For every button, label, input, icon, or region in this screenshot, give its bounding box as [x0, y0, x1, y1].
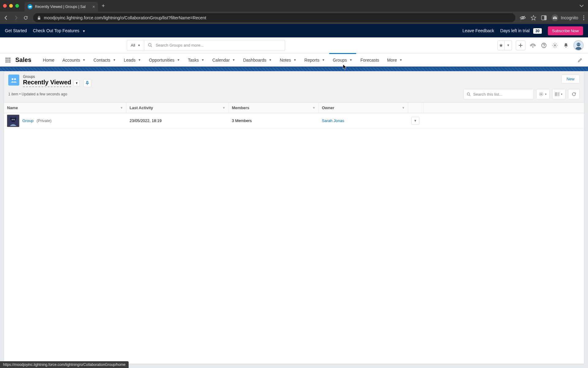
- table-row: Group (Private) 23/05/2022, 18:19 3 Memb…: [4, 113, 584, 128]
- address-bar[interactable]: moodjoyinc.lightning.force.com/lightning…: [33, 13, 515, 22]
- display-as-button[interactable]: ▼: [552, 89, 566, 99]
- setup-gear-icon[interactable]: [551, 42, 559, 49]
- column-header-members[interactable]: Members▼: [229, 103, 319, 113]
- favorites-button[interactable]: ▼: [497, 40, 512, 50]
- subscribe-button[interactable]: Subscribe Now: [548, 26, 583, 35]
- days-left-label: Days left in trial 30: [500, 28, 542, 33]
- column-header-actions: [408, 103, 424, 113]
- column-header-owner[interactable]: Owner▼: [319, 103, 408, 113]
- help-icon[interactable]: [540, 42, 548, 49]
- browser-toolbar: moodjoyinc.lightning.force.com/lightning…: [0, 12, 588, 24]
- check-out-features-menu[interactable]: Check Out Top Features ▼: [33, 28, 85, 33]
- app-navigation: Sales Home Accounts▼ Contacts▼ Leads▼ Op…: [0, 53, 588, 67]
- column-header-last-activity[interactable]: Last Activity▼: [126, 103, 229, 113]
- svg-point-27: [541, 94, 542, 95]
- chevron-down-icon[interactable]: ▼: [201, 58, 204, 62]
- new-tab-button[interactable]: +: [102, 3, 105, 9]
- chevron-down-icon[interactable]: ▼: [177, 58, 180, 62]
- svg-point-9: [583, 19, 584, 20]
- chevron-down-icon[interactable]: ▼: [349, 58, 352, 62]
- panel-icon[interactable]: [541, 15, 547, 20]
- chevron-down-icon: ▼: [120, 106, 123, 109]
- global-search-input[interactable]: Search Groups and more...: [144, 40, 285, 51]
- column-header-name[interactable]: Name▼: [4, 103, 126, 113]
- get-started-link[interactable]: Get Started: [5, 28, 27, 33]
- nav-contacts[interactable]: Contacts▼: [90, 53, 119, 67]
- nav-accounts[interactable]: Accounts▼: [59, 53, 89, 67]
- nav-more[interactable]: More▼: [383, 53, 406, 67]
- nav-reports[interactable]: Reports▼: [301, 53, 329, 67]
- edit-nav-icon[interactable]: [575, 58, 585, 63]
- svg-point-36: [12, 119, 13, 120]
- search-placeholder: Search Groups and more...: [156, 43, 204, 48]
- global-create-button[interactable]: [516, 40, 526, 50]
- user-avatar[interactable]: [573, 40, 584, 51]
- incognito-indicator[interactable]: Incognito: [552, 14, 578, 21]
- chevron-down-icon[interactable]: ▼: [138, 58, 141, 62]
- list-view-name[interactable]: Recently Viewed: [23, 79, 71, 87]
- pin-list-button[interactable]: [83, 79, 91, 87]
- cell-owner-link[interactable]: Sarah Jonas: [319, 118, 408, 123]
- nav-dashboards[interactable]: Dashboards▼: [239, 53, 275, 67]
- chevron-down-icon[interactable]: ▼: [269, 58, 272, 62]
- svg-rect-28: [555, 92, 559, 96]
- browser-tab[interactable]: Recently Viewed | Groups | Sal ×: [24, 2, 98, 12]
- chevron-down-icon[interactable]: ▼: [293, 58, 296, 62]
- search-icon: [148, 43, 153, 48]
- nav-leads[interactable]: Leads▼: [120, 53, 145, 67]
- nav-home[interactable]: Home: [39, 53, 58, 67]
- svg-point-19: [577, 43, 580, 46]
- leave-feedback-link[interactable]: Leave Feedback: [462, 28, 494, 33]
- list-search-placeholder: Search this list...: [473, 92, 502, 97]
- list-search-input[interactable]: Search this list...: [463, 89, 534, 99]
- global-header: All ▼ Search Groups and more... ▼: [0, 37, 588, 53]
- nav-groups[interactable]: Groups▼: [329, 53, 356, 67]
- svg-point-39: [14, 117, 16, 120]
- svg-point-24: [14, 78, 16, 80]
- chevron-down-icon[interactable]: ▼: [113, 58, 116, 62]
- tab-close-icon[interactable]: ×: [92, 4, 95, 9]
- svg-line-11: [151, 46, 152, 47]
- bookmark-star-icon[interactable]: [531, 15, 536, 21]
- nav-tasks[interactable]: Tasks▼: [184, 53, 208, 67]
- setup-home-icon[interactable]: [529, 42, 537, 49]
- window-minimize[interactable]: [9, 4, 13, 8]
- refresh-button[interactable]: [568, 89, 580, 99]
- search-scope-dropdown[interactable]: All ▼: [127, 40, 144, 51]
- window-close[interactable]: [3, 4, 7, 8]
- table-icon: [555, 92, 559, 96]
- nav-opportunities[interactable]: Opportunities▼: [145, 53, 183, 67]
- star-icon: [497, 40, 505, 50]
- back-button[interactable]: [4, 15, 9, 20]
- chevron-down-icon: ▼: [560, 93, 563, 96]
- chevron-down-icon[interactable]: ▼: [232, 58, 235, 62]
- forward-button[interactable]: [13, 15, 19, 20]
- group-avatar-icon: [7, 115, 19, 127]
- cell-members: 3 Members: [229, 118, 319, 123]
- lock-icon: [37, 16, 41, 20]
- tracking-icon[interactable]: [520, 15, 526, 20]
- nav-forecasts[interactable]: Forecasts: [357, 53, 383, 67]
- list-settings-button[interactable]: ▼: [536, 89, 550, 99]
- reload-button[interactable]: [23, 15, 29, 20]
- chevron-down-icon[interactable]: ▼: [322, 58, 325, 62]
- group-name-link[interactable]: Group: [22, 118, 33, 123]
- svg-point-7: [583, 16, 584, 17]
- browser-menu-icon[interactable]: [583, 15, 584, 20]
- object-label: Groups: [23, 75, 91, 79]
- row-actions-button[interactable]: ▼: [411, 117, 419, 125]
- svg-point-8: [583, 17, 584, 18]
- new-button[interactable]: New: [561, 75, 580, 83]
- nav-notes[interactable]: Notes▼: [276, 53, 300, 67]
- svg-point-38: [10, 117, 12, 120]
- nav-calendar[interactable]: Calendar▼: [209, 53, 239, 67]
- tabs-overflow-icon[interactable]: [579, 4, 584, 7]
- notifications-bell-icon[interactable]: [562, 42, 570, 49]
- list-view-switcher[interactable]: ▼: [74, 80, 80, 86]
- chevron-down-icon[interactable]: ▼: [82, 58, 85, 62]
- list-status-text: 1 item • Updated a few seconds ago: [8, 92, 67, 96]
- window-maximize[interactable]: [15, 4, 19, 8]
- svg-point-10: [149, 44, 151, 46]
- gear-icon: [539, 92, 543, 96]
- app-launcher-icon[interactable]: [6, 58, 10, 63]
